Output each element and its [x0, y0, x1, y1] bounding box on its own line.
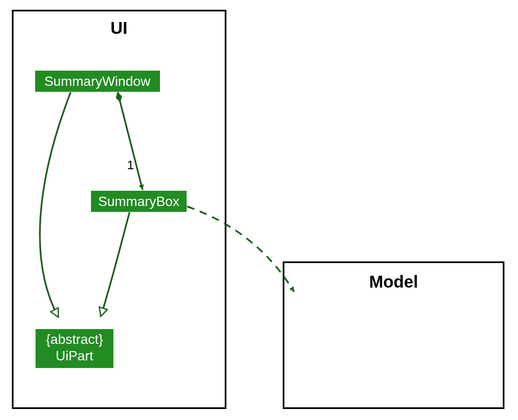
package-model: Model — [284, 262, 504, 408]
uml-diagram: UI Model SummaryWindow SummaryBox {abstr… — [0, 0, 518, 420]
relation-composition-multiplicity: 1 — [127, 158, 134, 172]
class-ui-part: {abstract} UiPart — [36, 329, 113, 368]
class-summary-box-label: SummaryBox — [98, 194, 179, 209]
package-model-title: Model — [369, 272, 418, 291]
class-summary-window-label: SummaryWindow — [44, 74, 151, 89]
relation-composition-window-box — [118, 92, 143, 190]
relation-generalization-box-uipart — [101, 212, 130, 316]
package-ui-title: UI — [110, 19, 127, 37]
class-ui-part-stereotype: {abstract} — [46, 332, 103, 347]
relation-generalization-window-uipart — [40, 92, 71, 317]
class-summary-box: SummaryBox — [91, 191, 187, 212]
relation-dependency-box-model — [187, 206, 294, 292]
class-summary-window: SummaryWindow — [35, 71, 160, 92]
class-ui-part-name: UiPart — [56, 348, 94, 363]
